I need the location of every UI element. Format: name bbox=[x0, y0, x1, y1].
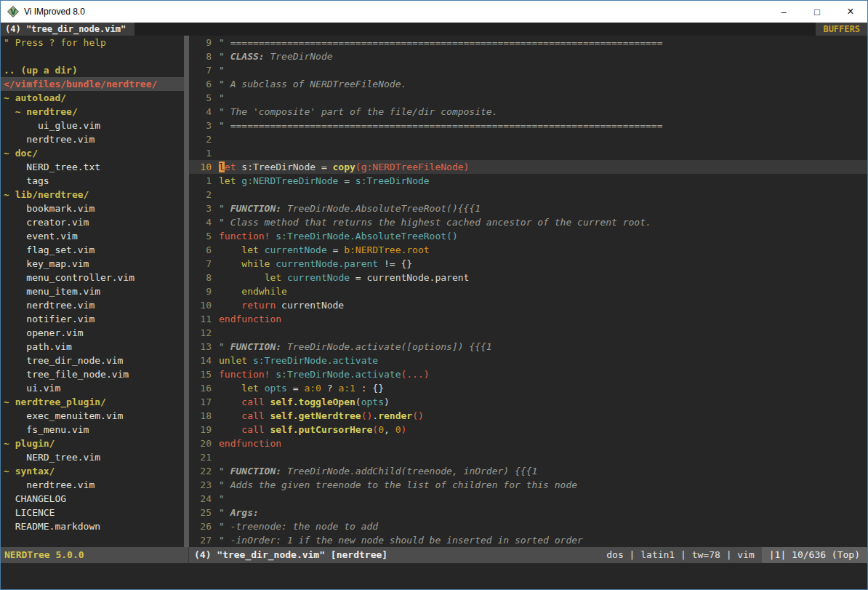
statusline-spacer bbox=[387, 547, 606, 563]
tree-node[interactable]: README.markdown bbox=[4, 519, 184, 533]
code-line[interactable]: 9" =====================================… bbox=[189, 36, 867, 49]
code-line[interactable]: 4" The 'composite' part of the file/dir … bbox=[189, 105, 867, 119]
code-segment: " ======================================… bbox=[219, 120, 662, 131]
buffers-label[interactable]: BUFFERS bbox=[816, 23, 867, 36]
code-line[interactable]: 2 bbox=[189, 188, 867, 202]
tree-node[interactable]: ~ nerdtree/ bbox=[4, 105, 184, 119]
code-line[interactable]: 24" bbox=[189, 492, 867, 506]
code-segment: a:1 bbox=[338, 383, 355, 394]
code-line[interactable]: 9 endwhile bbox=[189, 284, 867, 298]
maximize-button[interactable]: □ bbox=[800, 1, 834, 23]
code-line[interactable]: 6 let currentNode = b:NERDTree.root bbox=[189, 243, 867, 257]
tree-node[interactable]: ~ nerdtree_plugin/ bbox=[4, 395, 184, 409]
code-line[interactable]: 5" bbox=[189, 91, 867, 105]
tree-node[interactable]: tree_dir_node.vim bbox=[4, 354, 184, 367]
tree-node[interactable]: ui.vim bbox=[4, 381, 184, 395]
code-line[interactable]: 21 bbox=[189, 450, 867, 464]
code-line[interactable]: 13" FUNCTION: TreeDirNode.activate([opti… bbox=[189, 340, 867, 354]
tree-node[interactable]: flag_set.vim bbox=[4, 243, 184, 257]
tree-node[interactable]: exec_menuitem.vim bbox=[4, 409, 184, 423]
minimize-button[interactable]: – bbox=[767, 1, 800, 23]
tree-node[interactable]: nerdtree.vim bbox=[4, 132, 184, 146]
tree-node[interactable]: ui_glue.vim bbox=[4, 119, 184, 132]
code-line[interactable]: 16 let opts = a:0 ? a:1 : {} bbox=[189, 381, 867, 395]
tree-node[interactable]: creator.vim bbox=[4, 215, 184, 229]
tree-node[interactable]: ~ autoload/ bbox=[4, 91, 184, 105]
code-segment: call bbox=[241, 424, 264, 435]
code-line[interactable]: 22" FUNCTION: TreeDirNode.addChild(treen… bbox=[189, 464, 867, 478]
tree-node[interactable]: " Press ? for help bbox=[4, 36, 184, 49]
tree-node[interactable]: ~ syntax/ bbox=[4, 464, 184, 478]
tree-node[interactable]: NERD_tree.vim bbox=[4, 450, 184, 464]
code-line[interactable]: 19 call self.putCursorHere(0, 0) bbox=[189, 423, 867, 436]
tab-current[interactable]: (4) "tree_dir_node.vim" bbox=[1, 23, 134, 36]
code-line[interactable]: 25" Args: bbox=[189, 506, 867, 519]
tree-node[interactable]: ~ doc/ bbox=[4, 146, 184, 160]
code-line[interactable]: 1let g:NERDTreeDirNode = s:TreeDirNode bbox=[189, 174, 867, 188]
tree-node[interactable]: path.vim bbox=[4, 340, 184, 354]
tree-node[interactable] bbox=[4, 49, 184, 63]
code-segment: endfunction bbox=[219, 438, 281, 449]
tree-node[interactable]: menu_controller.vim bbox=[4, 271, 184, 284]
tree-node[interactable]: tree_file_node.vim bbox=[4, 367, 184, 381]
tree-node[interactable]: ~ lib/nerdtree/ bbox=[4, 188, 184, 202]
tree-node[interactable]: menu_item.vim bbox=[4, 284, 184, 298]
code-line[interactable]: 27" -inOrder: 1 if the new node should b… bbox=[189, 533, 867, 547]
tree-node[interactable]: bookmark.vim bbox=[4, 202, 184, 215]
code-line[interactable]: 26" -treenode: the node to add bbox=[189, 519, 867, 533]
code-line[interactable]: 18 call self.getNerdtree().render() bbox=[189, 409, 867, 423]
code-line[interactable]: 8" CLASS: TreeDirNode bbox=[189, 49, 867, 63]
code-line[interactable]: 8 let currentNode = currentNode.parent bbox=[189, 271, 867, 284]
tree-node[interactable]: NERD_tree.txt bbox=[4, 160, 184, 174]
code-text: " -inOrder: 1 if the new node should be … bbox=[219, 535, 583, 546]
window-split-separator[interactable] bbox=[184, 36, 189, 547]
code-line[interactable]: 15function! s:TreeDirNode.activate(...) bbox=[189, 367, 867, 381]
code-line[interactable]: 10 return currentNode bbox=[189, 298, 867, 312]
tree-node[interactable]: LICENCE bbox=[4, 506, 184, 519]
code-segment bbox=[219, 383, 241, 394]
code-line[interactable]: 17 call self.toggleOpen(opts) bbox=[189, 395, 867, 409]
line-number: 5 bbox=[189, 229, 212, 243]
tree-node[interactable]: notifier.vim bbox=[4, 312, 184, 326]
code-line[interactable]: 7" bbox=[189, 63, 867, 77]
code-line[interactable]: 3" =====================================… bbox=[189, 119, 867, 132]
code-line[interactable]: 7 while currentNode.parent != {} bbox=[189, 257, 867, 271]
code-line[interactable]: 3" FUNCTION: TreeDirNode.AbsoluteTreeRoo… bbox=[189, 202, 867, 215]
line-number: 7 bbox=[189, 63, 212, 77]
code-segment: function! bbox=[219, 231, 270, 242]
code-segment: , bbox=[384, 424, 395, 435]
tree-node[interactable]: event.vim bbox=[4, 229, 184, 243]
code-segment: " bbox=[219, 92, 225, 103]
code-line[interactable]: 5function! s:TreeDirNode.AbsoluteTreeRoo… bbox=[189, 229, 867, 243]
code-text: " bbox=[219, 493, 225, 504]
code-text: endwhile bbox=[219, 286, 287, 297]
code-line[interactable]: 2 bbox=[189, 132, 867, 146]
code-line[interactable]: 6" A subclass of NERDTreeFileNode. bbox=[189, 77, 867, 91]
code-line[interactable]: 12 bbox=[189, 326, 867, 340]
close-button[interactable]: × bbox=[834, 1, 867, 23]
code-line[interactable]: 20endfunction bbox=[189, 436, 867, 450]
tree-node[interactable]: tags bbox=[4, 174, 184, 188]
line-number: 23 bbox=[189, 478, 212, 492]
code-line[interactable]: 4" Class method that returns the highest… bbox=[189, 215, 867, 229]
code-line[interactable]: 1 bbox=[189, 146, 867, 160]
tree-node[interactable]: nerdtree.vim bbox=[4, 478, 184, 492]
command-line[interactable] bbox=[1, 563, 867, 589]
tree-node[interactable]: ~ plugin/ bbox=[4, 436, 184, 450]
code-line[interactable]: 11endfunction bbox=[189, 312, 867, 326]
code-line[interactable]: 14unlet s:TreeDirNode.activate bbox=[189, 354, 867, 367]
code-segment bbox=[219, 410, 241, 421]
code-segment bbox=[247, 355, 253, 366]
tree-node[interactable]: nerdtree.vim bbox=[4, 298, 184, 312]
tree-node[interactable]: fs_menu.vim bbox=[4, 423, 184, 436]
code-line-current[interactable]: 10let s:TreeDirNode = copy(g:NERDTreeFil… bbox=[189, 160, 867, 174]
tree-node[interactable]: opener.vim bbox=[4, 326, 184, 340]
tree-node[interactable]: .. (up a dir) bbox=[4, 63, 184, 77]
tree-root-node[interactable]: </vimfiles/bundle/nerdtree/ bbox=[1, 77, 184, 91]
code-segment bbox=[219, 286, 241, 297]
code-line[interactable]: 23" Adds the given treenode to the list … bbox=[189, 478, 867, 492]
tree-node[interactable]: key_map.vim bbox=[4, 257, 184, 271]
code-segment: g:NERDTreeDirNode bbox=[241, 175, 338, 186]
tree-node[interactable]: CHANGELOG bbox=[4, 492, 184, 506]
code-segment: : {} bbox=[355, 383, 384, 394]
